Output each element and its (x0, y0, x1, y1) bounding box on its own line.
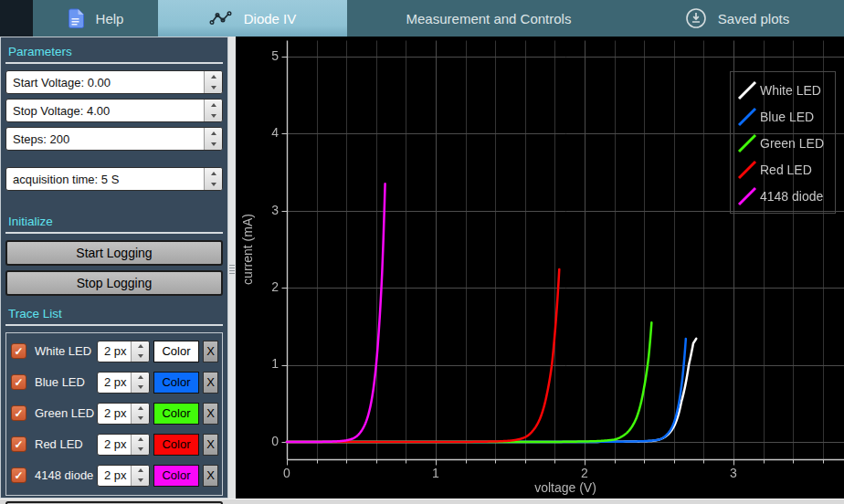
spin-up-icon[interactable] (205, 100, 222, 110)
trace-checkbox[interactable] (11, 436, 26, 452)
start-logging-button[interactable]: Start Logging (5, 240, 223, 266)
trace-color-button[interactable]: Color (153, 372, 199, 394)
trace-label: Green LED (35, 406, 97, 420)
legend-item-blue-led: Blue LED (736, 103, 831, 130)
trace-row-red-led: Red LED 2 px Color X (11, 432, 218, 457)
document-icon (68, 8, 85, 29)
trace-width-spinbox[interactable]: 2 px (97, 372, 150, 394)
legend-line-swatch (736, 185, 758, 207)
tab-bar: Help Diode IV Measurement and Controls S… (0, 0, 844, 37)
trace-row-green-led: Green LED 2 px Color X (11, 401, 218, 425)
spin-up-icon[interactable] (205, 168, 222, 179)
trace-width-spinbox[interactable]: 2 px (97, 434, 150, 456)
spin-up-icon[interactable] (132, 373, 149, 383)
app-window: Help Diode IV Measurement and Controls S… (0, 0, 844, 504)
trace-width-value: 2 px (98, 468, 131, 482)
parameters-section-title: Parameters (8, 45, 221, 58)
trace-color-button[interactable]: Color (153, 341, 199, 362)
trace-remove-button[interactable]: X (203, 341, 218, 362)
start-voltage-value: Start Voltage: 0.00 (6, 76, 204, 89)
spin-up-icon[interactable] (132, 341, 149, 352)
spin-down-icon[interactable] (205, 110, 222, 121)
trace-row-blue-led: Blue LED 2 px Color X (11, 370, 218, 394)
tab-diode-iv[interactable]: Diode IV (158, 0, 347, 37)
tab-measurement-label: Measurement and Controls (406, 11, 572, 26)
spin-up-icon[interactable] (132, 404, 149, 414)
trace-checkbox[interactable] (11, 405, 26, 421)
tab-measurement-controls[interactable]: Measurement and Controls (347, 0, 630, 37)
start-voltage-field[interactable]: Start Voltage: 0.00 (5, 70, 223, 94)
trace-width-spinbox[interactable]: 2 px (97, 465, 150, 487)
legend-label: 4148 diode (760, 189, 823, 204)
trace-width-value: 2 px (98, 406, 131, 420)
control-sidebar: Parameters Start Voltage: 0.00 Stop Volt… (0, 37, 228, 499)
spin-up-icon[interactable] (132, 435, 149, 445)
iv-plot-area: White LED Blue LED Green LED Red LED 414… (236, 37, 844, 499)
legend-line-swatch (736, 106, 758, 128)
spin-down-icon[interactable] (132, 414, 149, 424)
trace-checkbox[interactable] (11, 374, 26, 390)
download-icon (685, 7, 707, 29)
spin-down-icon[interactable] (132, 445, 149, 455)
trace-list-panel: White LED 2 px Color X Blue LED 2 px (5, 332, 223, 496)
spin-down-icon[interactable] (132, 352, 149, 362)
spin-down-icon[interactable] (205, 179, 222, 190)
trace-width-spinner[interactable] (131, 373, 149, 393)
legend-item-green-led: Green LED (736, 130, 831, 156)
stop-voltage-spinner[interactable] (204, 100, 222, 121)
plot-legend[interactable]: White LED Blue LED Green LED Red LED 414… (730, 71, 836, 214)
trace-remove-button[interactable]: X (203, 434, 218, 456)
line-chart-icon (209, 11, 233, 26)
legend-label: Green LED (760, 136, 824, 151)
tab-saved-plots[interactable]: Saved plots (630, 0, 844, 37)
trace-color-button[interactable]: Color (153, 403, 199, 425)
legend-label: Red LED (760, 163, 812, 177)
tab-help[interactable]: Help (33, 0, 158, 37)
trace-width-spinbox[interactable]: 2 px (97, 403, 150, 425)
steps-value: Steps: 200 (6, 132, 204, 146)
initialize-section-title: Initialize (8, 215, 221, 228)
trace-color-button[interactable]: Color (153, 465, 199, 487)
acquisition-time-value: acquisition time: 5 S (6, 173, 204, 186)
trace-width-spinner[interactable] (131, 404, 149, 424)
stop-voltage-field[interactable]: Stop Voltage: 4.00 (5, 99, 223, 122)
trace-width-spinner[interactable] (131, 466, 149, 486)
panel-splitter[interactable] (228, 37, 236, 499)
legend-item-4148-diode: 4148 diode (736, 183, 831, 209)
spin-down-icon[interactable] (132, 383, 149, 393)
stop-logging-button[interactable]: Stop Logging (5, 270, 223, 296)
trace-list-section-title: Trace List (8, 307, 221, 320)
spin-down-icon[interactable] (205, 139, 222, 150)
steps-field[interactable]: Steps: 200 (5, 127, 223, 151)
spin-down-icon[interactable] (132, 476, 149, 486)
separator (5, 324, 223, 326)
splitter-grip-icon (229, 263, 235, 274)
tab-help-label: Help (96, 11, 124, 26)
acquisition-time-spinner[interactable] (204, 168, 222, 190)
spin-up-icon[interactable] (205, 71, 222, 82)
tab-diode-iv-label: Diode IV (244, 11, 297, 26)
trace-label: White LED (35, 344, 97, 358)
spin-down-icon[interactable] (205, 82, 222, 93)
separator (5, 62, 223, 64)
trace-color-button[interactable]: Color (153, 434, 199, 456)
legend-line-swatch (736, 79, 758, 101)
trace-remove-button[interactable]: X (203, 372, 218, 394)
spin-up-icon[interactable] (205, 128, 222, 139)
trace-checkbox[interactable] (11, 467, 26, 483)
legend-label: Blue LED (760, 110, 814, 124)
trace-width-value: 2 px (98, 344, 131, 358)
trace-remove-button[interactable]: X (203, 403, 218, 425)
trace-width-spinbox[interactable]: 2 px (97, 341, 150, 362)
start-voltage-spinner[interactable] (204, 71, 222, 93)
trace-width-spinner[interactable] (131, 435, 149, 455)
acquisition-time-field[interactable]: acquisition time: 5 S (5, 167, 223, 191)
steps-spinner[interactable] (204, 128, 222, 150)
trace-width-spinner[interactable] (131, 341, 149, 362)
trace-width-value: 2 px (98, 437, 131, 451)
tab-saved-plots-label: Saved plots (718, 11, 789, 26)
trace-checkbox[interactable] (11, 343, 26, 359)
trace-remove-button[interactable]: X (203, 465, 218, 487)
window-corner (0, 0, 33, 37)
spin-up-icon[interactable] (132, 466, 149, 476)
